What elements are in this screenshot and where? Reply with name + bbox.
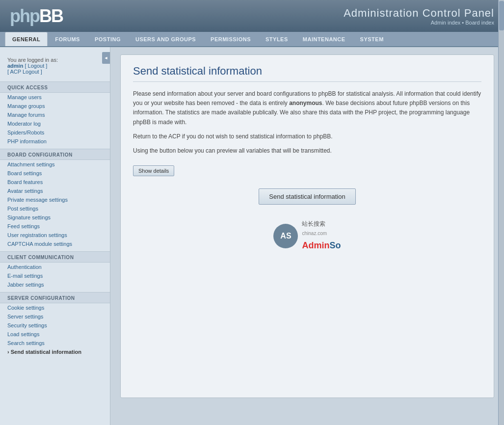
tab-posting[interactable]: POSTING — [87, 32, 128, 46]
sidebar-link-captcha-module-settings[interactable]: CAPTCHA module settings — [0, 239, 110, 248]
sidebar-link-private-message-settings[interactable]: Private message settings — [0, 195, 110, 204]
board-index-link[interactable]: Board index — [465, 20, 494, 26]
tab-forums[interactable]: FORUMS — [48, 32, 87, 46]
sidebar-section-board-config: BOARD CONFIGURATION — [0, 149, 110, 160]
sidebar-link-signature-settings[interactable]: Signature settings — [0, 213, 110, 222]
admin-user-link[interactable]: admin — [7, 63, 23, 69]
sidebar-link-spiders-robots[interactable]: Spiders/Robots — [0, 128, 110, 137]
content-title: Send statistical information — [133, 65, 481, 82]
sidebar-link-user-registration-settings[interactable]: User registration settings — [0, 231, 110, 239]
admin-index-link[interactable]: Admin index — [431, 20, 461, 26]
paragraph-2: Return to the ACP if you do not wish to … — [133, 132, 481, 141]
sidebar-link-cookie-settings[interactable]: Cookie settings — [0, 303, 110, 312]
sidebar-link-authentication[interactable]: Authentication — [0, 263, 110, 271]
sidebar-login: You are logged in as: admin [ Logout ] [… — [0, 52, 110, 79]
paragraph-3: Using the button below you can preview a… — [133, 146, 481, 156]
sidebar-link-feed-settings[interactable]: Feed settings — [0, 222, 110, 231]
sidebar-link-board-features[interactable]: Board features — [0, 178, 110, 186]
adminso-brand: AdminSo — [302, 239, 341, 253]
sidebar-section-quick-access: QUICK ACCESS — [0, 81, 110, 93]
sidebar-link-avatar-settings[interactable]: Avatar settings — [0, 186, 110, 195]
content-panel: Send statistical information Please send… — [120, 54, 494, 398]
sidebar-section-server-config: SERVER CONFIGURATION — [0, 292, 110, 303]
logo-text: phpBB — [10, 6, 63, 27]
sidebar-link-send-statistical-info[interactable]: Send statistical information — [0, 347, 110, 356]
sidebar: ◄ You are logged in as: admin [ Logout ]… — [0, 47, 110, 425]
header: phpBB Administration Control Panel Admin… — [0, 0, 504, 32]
adminso-brand-so: So — [329, 240, 341, 250]
send-statistical-info-button[interactable]: Send statistical information — [259, 188, 355, 205]
sidebar-collapse-btn[interactable]: ◄ — [102, 52, 110, 64]
sidebar-link-jabber-settings[interactable]: Jabber settings — [0, 280, 110, 289]
sidebar-link-load-settings[interactable]: Load settings — [0, 330, 110, 339]
logo: phpBB — [10, 6, 63, 27]
nav-tabs: GENERAL FORUMS POSTING USERS AND GROUPS … — [0, 32, 504, 47]
adminso-text-block: 站长搜索 chinaz.com AdminSo — [302, 219, 341, 252]
sidebar-link-moderator-log[interactable]: Moderator log — [0, 119, 110, 128]
logout-link[interactable]: [ Logout ] — [25, 63, 47, 69]
sidebar-link-php-information[interactable]: PHP information — [0, 137, 110, 146]
show-details-button[interactable]: Show details — [133, 165, 174, 176]
sidebar-link-manage-groups[interactable]: Manage groups — [0, 102, 110, 110]
sidebar-link-attachment-settings[interactable]: Attachment settings — [0, 160, 110, 169]
adminso-domain: chinaz.com — [302, 231, 327, 236]
sidebar-link-email-settings[interactable]: E-mail settings — [0, 271, 110, 280]
tab-styles[interactable]: STYLES — [258, 32, 295, 46]
sidebar-section-client-communication: CLIENT COMMUNICATION — [0, 251, 110, 263]
tab-maintenance[interactable]: MAINTENANCE — [295, 32, 353, 46]
sidebar-link-manage-forums[interactable]: Manage forums — [0, 110, 110, 119]
adminso-circle-text: AS — [280, 230, 291, 242]
tab-system[interactable]: SYSTEM — [353, 32, 391, 46]
adminso-site-label: 站长搜索 — [302, 220, 325, 227]
sidebar-link-server-settings[interactable]: Server settings — [0, 312, 110, 321]
tab-permissions[interactable]: PERMISSIONS — [203, 32, 258, 46]
sidebar-link-board-settings[interactable]: Board settings — [0, 169, 110, 178]
adminso-circle: AS — [273, 224, 298, 248]
logo-php: php — [10, 6, 39, 26]
header-nav-links: Admin index • Board index — [344, 20, 494, 26]
sidebar-link-manage-users[interactable]: Manage users — [0, 93, 110, 102]
content-area: Send statistical information Please send… — [110, 47, 504, 425]
adminso-brand-admin: Admin — [302, 240, 329, 250]
tab-users-groups[interactable]: USERS AND GROUPS — [128, 32, 203, 46]
logged-in-as-text: You are logged in as: — [7, 57, 58, 63]
content-body: Please send information about your serve… — [133, 89, 481, 252]
adminso-site-text: 站长搜索 chinaz.com — [302, 219, 341, 238]
header-title: Administration Control Panel Admin index… — [344, 7, 494, 26]
admin-control-panel-title: Administration Control Panel — [344, 7, 494, 20]
sidebar-link-post-settings[interactable]: Post settings — [0, 204, 110, 213]
adminso-logo: AS 站长搜索 chinaz.com AdminSo — [258, 219, 356, 252]
acp-logout-link[interactable]: [ ACP Logout ] — [7, 69, 42, 75]
sidebar-link-search-settings[interactable]: Search settings — [0, 339, 110, 347]
scrollbar[interactable] — [498, 0, 504, 425]
header-separator: • — [460, 20, 465, 26]
logo-bb: BB — [39, 6, 63, 26]
anonymous-word: anonymous — [289, 100, 322, 106]
scrollbar-thumb — [499, 1, 504, 30]
main-wrapper: ◄ You are logged in as: admin [ Logout ]… — [0, 47, 504, 425]
tab-general[interactable]: GENERAL — [5, 32, 48, 46]
sidebar-link-security-settings[interactable]: Security settings — [0, 321, 110, 330]
paragraph-1: Please send information about your serve… — [133, 89, 481, 127]
